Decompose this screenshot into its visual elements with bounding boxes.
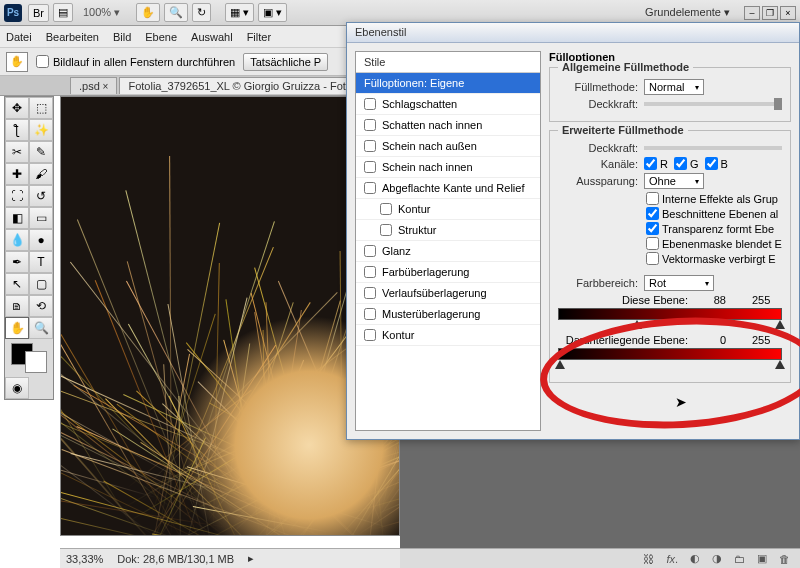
blend-mode-label: Füllmethode: — [558, 81, 638, 93]
tab-doc2[interactable]: Fotolia_3792651_XL © Giorgio Gruizza - F… — [119, 77, 354, 94]
close-button[interactable]: × — [780, 6, 796, 20]
menu-edit[interactable]: Bearbeiten — [46, 31, 99, 43]
status-dok: Dok: 28,6 MB/130,1 MB — [117, 553, 234, 565]
brush-tool[interactable]: 🖌 — [29, 163, 53, 185]
style-item[interactable]: Schlagschatten — [356, 94, 540, 115]
hand-tool[interactable]: ✋ — [5, 317, 29, 339]
actual-pixels-button[interactable]: Tatsächliche P — [243, 53, 328, 71]
film-icon[interactable]: ▤ — [53, 3, 73, 22]
menu-select[interactable]: Auswahl — [191, 31, 233, 43]
channel-b[interactable]: B — [705, 157, 728, 170]
status-zoom: 33,33% — [66, 553, 103, 565]
minimize-button[interactable]: – — [744, 6, 760, 20]
dodge-tool[interactable]: ● — [29, 229, 53, 251]
stamp-tool[interactable]: ⛶ — [5, 185, 29, 207]
screen-mode-icon[interactable]: ▣ ▾ — [258, 3, 287, 22]
arrange-icon[interactable]: ▦ ▾ — [225, 3, 254, 22]
gradient-tool[interactable]: ▭ — [29, 207, 53, 229]
style-item[interactable]: Kontur — [356, 325, 540, 346]
advanced-blending-group: Erweiterte Füllmethode Deckkraft: Kanäle… — [549, 130, 791, 383]
menu-filter[interactable]: Filter — [247, 31, 271, 43]
this-layer-slider[interactable] — [558, 308, 782, 320]
layer-style-dialog: Ebenenstil Stile Fülloptionen: EigeneSch… — [346, 22, 800, 440]
lasso-tool[interactable]: ƪ — [5, 119, 29, 141]
adv-check-1[interactable]: Interne Effekte als Grup — [646, 192, 778, 205]
mask-icon[interactable]: ◐ — [690, 552, 700, 565]
menu-image[interactable]: Bild — [113, 31, 131, 43]
fill-opacity-label: Deckkraft: — [558, 142, 638, 154]
crop-tool[interactable]: ✂ — [5, 141, 29, 163]
blur-tool[interactable]: 💧 — [5, 229, 29, 251]
restore-button[interactable]: ❐ — [762, 6, 778, 20]
style-item[interactable]: Struktur — [356, 220, 540, 241]
new-icon[interactable]: ▣ — [757, 552, 767, 565]
style-item[interactable]: Schatten nach innen — [356, 115, 540, 136]
style-item[interactable]: Kontur — [356, 199, 540, 220]
bridge-button[interactable]: Br — [28, 4, 49, 22]
under-low-value: 0 — [696, 334, 726, 346]
status-bar: 33,33% Dok: 28,6 MB/130,1 MB ▸ — [60, 548, 400, 568]
trash-icon[interactable]: 🗑 — [779, 553, 790, 565]
menu-layer[interactable]: Ebene — [145, 31, 177, 43]
3d-tool[interactable]: ⟲ — [29, 295, 53, 317]
wand-tool[interactable]: ✨ — [29, 119, 53, 141]
eraser-tool[interactable]: ◧ — [5, 207, 29, 229]
hand-tool-icon[interactable]: ✋ — [136, 3, 160, 22]
blendif-select[interactable]: Rot — [644, 275, 714, 291]
hand-icon: ✋ — [6, 52, 28, 72]
adjust-icon[interactable]: ◑ — [712, 552, 722, 565]
knockout-select[interactable]: Ohne — [644, 173, 704, 189]
group2-title: Erweiterte Füllmethode — [558, 124, 688, 136]
style-item[interactable]: Glanz — [356, 241, 540, 262]
style-item[interactable]: Musterüberlagerung — [356, 304, 540, 325]
marquee-tool[interactable]: ⬚ — [29, 97, 53, 119]
zoom-level[interactable]: 100% ▾ — [77, 6, 126, 19]
zoom-tool[interactable]: 🔍 — [29, 317, 53, 339]
blend-mode-select[interactable]: Normal — [644, 79, 704, 95]
menu-file[interactable]: Datei — [6, 31, 32, 43]
channel-r[interactable]: R — [644, 157, 668, 170]
channel-g[interactable]: G — [674, 157, 699, 170]
adv-check-2[interactable]: Beschnittene Ebenen al — [646, 207, 778, 220]
rotate-icon[interactable]: ↻ — [192, 3, 211, 22]
move-tool[interactable]: ✥ — [5, 97, 29, 119]
style-item[interactable]: Farbüberlagerung — [356, 262, 540, 283]
link-icon[interactable]: ⛓ — [643, 553, 654, 565]
this-low-value: 88 — [696, 294, 726, 306]
channels-label: Kanäle: — [558, 158, 638, 170]
general-blending-group: Allgemeine Füllmethode Füllmethode: Norm… — [549, 67, 791, 122]
type-tool[interactable]: T — [29, 251, 53, 273]
folder-icon[interactable]: 🗀 — [734, 553, 745, 565]
adv-check-5[interactable]: Vektormaske verbirgt E — [646, 252, 776, 265]
tab-doc1[interactable]: .psd × — [70, 77, 117, 94]
shape-tool[interactable]: ▢ — [29, 273, 53, 295]
style-item[interactable]: Schein nach außen — [356, 136, 540, 157]
quickmask-tool[interactable]: ◉ — [5, 377, 29, 399]
style-item[interactable]: Verlaufsüberlagerung — [356, 283, 540, 304]
style-list-header: Stile — [356, 52, 540, 73]
under-layer-slider[interactable] — [558, 348, 782, 360]
this-layer-label: Diese Ebene: — [558, 294, 688, 306]
scroll-all-checkbox[interactable]: Bildlauf in allen Fenstern durchführen — [36, 55, 235, 68]
history-brush-tool[interactable]: ↺ — [29, 185, 53, 207]
workspace-switcher[interactable]: Grundelemente ▾ — [637, 6, 738, 19]
style-item[interactable]: Abgeflachte Kante und Relief — [356, 178, 540, 199]
heal-tool[interactable]: ✚ — [5, 163, 29, 185]
eyedropper-tool[interactable]: ✎ — [29, 141, 53, 163]
opacity-slider[interactable] — [644, 102, 782, 106]
opacity-label: Deckkraft: — [558, 98, 638, 110]
style-item[interactable]: Schein nach innen — [356, 157, 540, 178]
fx-icon[interactable]: fx. — [666, 553, 678, 565]
ps-icon: Ps — [4, 4, 22, 22]
fill-opacity-slider[interactable] — [644, 146, 782, 150]
adv-check-3[interactable]: Transparenz formt Ebe — [646, 222, 774, 235]
window-controls: – ❐ × — [744, 6, 796, 20]
path-tool[interactable]: ↖ — [5, 273, 29, 295]
group1-title: Allgemeine Füllmethode — [558, 61, 693, 73]
adv-check-4[interactable]: Ebenenmaske blendet E — [646, 237, 782, 250]
style-item[interactable]: Fülloptionen: Eigene — [356, 73, 540, 94]
pen-tool[interactable]: ✒ — [5, 251, 29, 273]
color-swatch[interactable] — [9, 343, 49, 373]
zoom-tool-icon[interactable]: 🔍 — [164, 3, 188, 22]
notes-tool[interactable]: 🗈 — [5, 295, 29, 317]
